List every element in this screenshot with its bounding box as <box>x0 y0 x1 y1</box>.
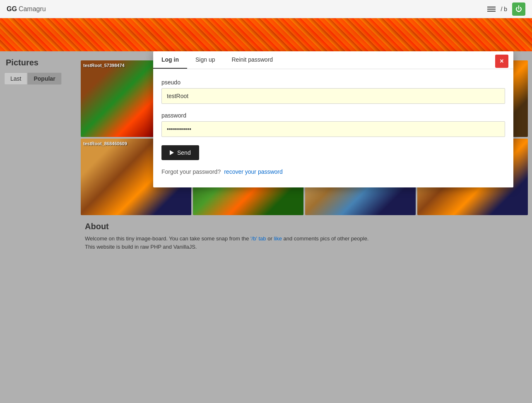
banner-fire <box>0 18 532 51</box>
menu-icon[interactable] <box>487 7 496 12</box>
power-button[interactable]: ⏻ <box>512 2 525 16</box>
logo-name: Camagru <box>19 5 46 13</box>
tab-reinit[interactable]: Reinit password <box>223 51 281 69</box>
tab-signup[interactable]: Sign up <box>187 51 223 69</box>
image-label: testRoot_868460609 <box>83 141 127 146</box>
sidebar-tabs: Last Popular <box>4 72 72 85</box>
b-link[interactable]: / b <box>501 6 507 12</box>
header: GG Camagru / b ⏻ <box>0 0 532 18</box>
modal-tabs: Log in Sign up Reinit password × <box>153 51 513 69</box>
image-label: testRoot_57398474 <box>83 63 125 68</box>
about-section: About Welcome on this tiny image-board. … <box>81 222 528 255</box>
forgot-text: Forgot your password? <box>161 168 221 175</box>
logo-gg: GG <box>7 5 17 13</box>
logo: GG Camagru <box>7 5 46 13</box>
recover-link[interactable]: recover your password <box>224 168 283 175</box>
about-text-2: This website is build in raw PHP and Van… <box>85 243 524 251</box>
password-label: password <box>161 112 505 119</box>
sidebar-title: Pictures <box>4 58 72 67</box>
banner <box>0 18 532 51</box>
forgot-row: Forgot your password? recover your passw… <box>161 168 505 175</box>
about-text-1: Welcome on this tiny image-board. You ca… <box>85 235 524 243</box>
modal-close-button[interactable]: × <box>495 55 508 68</box>
content-area: testRoot_57398474 9141 testRoot_86846060… <box>77 51 532 395</box>
send-icon <box>170 150 174 155</box>
b-tab-link[interactable]: '/b' tab <box>250 235 266 242</box>
tab-popular[interactable]: Popular <box>27 72 61 85</box>
header-right: / b ⏻ <box>487 2 525 16</box>
login-modal: Log in Sign up Reinit password × pseudo … <box>153 51 513 187</box>
main-layout: Pictures Last Popular testRoot_57398474 … <box>0 51 532 395</box>
sidebar: Pictures Last Popular <box>0 51 77 395</box>
pseudo-label: pseudo <box>161 79 505 86</box>
like-link[interactable]: like <box>274 235 282 242</box>
tab-login[interactable]: Log in <box>153 51 187 69</box>
pseudo-group: pseudo <box>161 79 505 104</box>
about-title: About <box>85 222 524 231</box>
modal-body: pseudo password Send Forgot your passwor… <box>153 69 513 187</box>
send-button[interactable]: Send <box>161 145 199 160</box>
tab-last[interactable]: Last <box>4 72 27 85</box>
password-group: password <box>161 112 505 137</box>
password-input[interactable] <box>161 121 505 137</box>
pseudo-input[interactable] <box>161 88 505 104</box>
send-label: Send <box>177 149 191 156</box>
